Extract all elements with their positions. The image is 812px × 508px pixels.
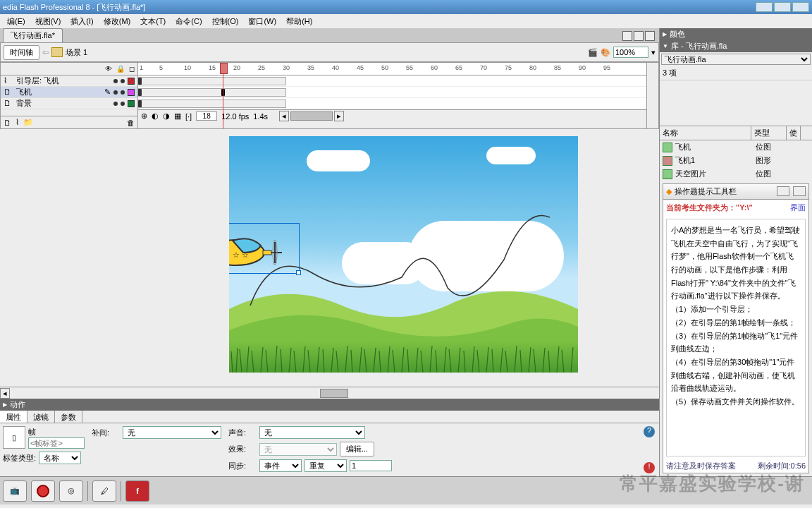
col-type[interactable]: 类型 xyxy=(751,126,787,140)
menu-view[interactable]: 视图(V) xyxy=(31,15,66,28)
repeat-count[interactable] xyxy=(350,460,392,471)
new-layer-icon[interactable]: 🗋 xyxy=(4,119,11,127)
eye-icon[interactable]: 👁 xyxy=(105,65,112,73)
doc-close-icon[interactable] xyxy=(645,31,655,41)
library-panel-header[interactable]: 库 - 飞行动画.fla xyxy=(660,40,812,52)
label-type-select[interactable]: 名称 xyxy=(39,452,81,464)
frame-row-guide[interactable] xyxy=(138,75,646,87)
app-title: edia Flash Professional 8 - [飞行动画.fla*] xyxy=(3,2,145,13)
helper-timer: 剩余时间:0:56 xyxy=(758,461,806,471)
minimize-btn[interactable] xyxy=(756,2,773,12)
stage[interactable]: ☆ ☆ xyxy=(229,136,578,373)
layer-plane[interactable]: 🗋 飞机 ✎ xyxy=(1,87,137,98)
color-panel-header[interactable]: 颜色 xyxy=(660,28,812,40)
plane-symbol[interactable]: ☆ ☆ xyxy=(229,228,293,270)
edit-effect-btn[interactable]: 编辑... xyxy=(340,442,374,456)
lib-item[interactable]: 飞机1图形 xyxy=(660,154,812,167)
record-icon xyxy=(37,485,49,497)
col-name[interactable]: 名称 xyxy=(660,126,751,140)
delete-layer-icon[interactable]: 🗑 xyxy=(127,119,135,127)
current-frame[interactable] xyxy=(196,111,217,121)
layer-color[interactable] xyxy=(128,78,135,85)
helper-title: 操作题提示工具栏 xyxy=(675,186,737,197)
helper-link-ui[interactable]: 界面 xyxy=(790,202,806,213)
scroll-left-icon[interactable]: ◂ xyxy=(0,388,10,399)
sound-select[interactable]: 无 xyxy=(259,426,365,439)
helper-min-icon[interactable] xyxy=(777,186,789,196)
new-folder-icon[interactable]: 📁 xyxy=(23,118,33,127)
layer-color[interactable] xyxy=(128,100,135,107)
task-record[interactable] xyxy=(31,480,55,502)
tab-filters[interactable]: 滤镜 xyxy=(27,411,55,423)
library-count: 3 项 xyxy=(660,66,812,80)
frame-row-bg[interactable] xyxy=(138,98,646,109)
maximize-btn[interactable] xyxy=(774,2,791,12)
scroll-right-icon[interactable]: ▸ xyxy=(334,111,344,121)
timeline-toggle[interactable]: 时间轴 xyxy=(4,45,39,60)
bitmap-icon xyxy=(663,169,672,179)
menu-help[interactable]: 帮助(H) xyxy=(282,15,316,28)
task-flash[interactable]: f xyxy=(125,480,149,502)
edit-symbol-icon[interactable]: 🎨 xyxy=(601,48,610,57)
timeline-vscroll[interactable] xyxy=(646,63,658,128)
layer-guide[interactable]: ⌇ 引导层: 飞机 xyxy=(1,75,137,87)
new-guide-icon[interactable]: ⌇ xyxy=(16,118,19,127)
doc-tab[interactable]: 飞行动画.fla* xyxy=(3,28,63,42)
onion-markers-icon[interactable]: [·] xyxy=(185,112,192,121)
actions-panel-header[interactable]: 动作 xyxy=(0,399,659,411)
task-app2[interactable]: ◎ xyxy=(59,480,83,502)
library-file-select[interactable]: 飞行动画.fla xyxy=(661,54,811,65)
onion-icon[interactable]: ◐ xyxy=(152,111,159,121)
sync-select[interactable]: 事件 xyxy=(259,459,302,472)
lib-item[interactable]: 天空图片位图 xyxy=(660,167,812,181)
tab-properties[interactable]: 属性 xyxy=(0,411,27,423)
close-btn[interactable] xyxy=(792,2,809,12)
svg-rect-4 xyxy=(263,250,271,255)
hscroll-thumb[interactable] xyxy=(320,389,348,398)
tab-params[interactable]: 参数 xyxy=(55,411,82,423)
menu-commands[interactable]: 命令(C) xyxy=(171,15,206,28)
frame-ruler[interactable]: 1 5 10 15 20 25 30 35 40 45 50 55 60 65 … xyxy=(138,63,646,75)
frame-hscroll[interactable] xyxy=(290,111,333,121)
stage-hscroll[interactable]: ◂ xyxy=(0,387,659,399)
layer-bg[interactable]: 🗋 背景 xyxy=(1,98,137,109)
task-app1[interactable]: 📺 xyxy=(3,480,27,502)
task-app3[interactable]: 🖊 xyxy=(92,480,116,502)
scroll-left-icon[interactable]: ◂ xyxy=(279,111,289,121)
edit-multi-icon[interactable]: ▦ xyxy=(174,111,181,121)
help-icon[interactable]: ? xyxy=(644,426,655,437)
graphic-icon xyxy=(663,156,672,166)
menu-window[interactable]: 窗口(W) xyxy=(244,15,281,28)
stage-area[interactable]: ☆ ☆ xyxy=(0,129,659,387)
layer-icon: 🗋 xyxy=(4,87,13,97)
doc-min-icon[interactable] xyxy=(622,31,632,41)
effect-select[interactable]: 无 xyxy=(259,443,337,456)
lib-item[interactable]: 飞机位图 xyxy=(660,140,812,154)
center-frame-icon[interactable]: ⊕ xyxy=(141,111,147,121)
frame-row-plane[interactable] xyxy=(138,87,646,98)
menu-modify[interactable]: 修改(M) xyxy=(99,15,135,28)
menu-edit[interactable]: 编(E) xyxy=(3,15,30,28)
onion-outline-icon[interactable]: ◑ xyxy=(163,111,170,121)
helper-logo-icon: ◆ xyxy=(666,187,672,196)
layer-color[interactable] xyxy=(128,89,135,96)
prop-tabs: 属性 滤镜 参数 xyxy=(0,411,659,423)
zoom-dropdown-icon[interactable]: ▾ xyxy=(651,48,656,57)
doc-max-icon[interactable] xyxy=(634,31,644,41)
menu-text[interactable]: 文本(T) xyxy=(136,15,170,28)
col-use[interactable]: 使 xyxy=(787,126,801,140)
zoom-input[interactable] xyxy=(613,47,648,58)
tween-select[interactable]: 无 xyxy=(123,426,221,439)
playhead[interactable] xyxy=(223,63,223,128)
edit-scene-icon[interactable]: 🎬 xyxy=(588,48,598,57)
menu-control[interactable]: 控制(O) xyxy=(208,15,243,28)
frame-label-input[interactable] xyxy=(28,437,85,449)
menu-insert[interactable]: 插入(I) xyxy=(66,15,97,28)
frames-area[interactable]: 1 5 10 15 20 25 30 35 40 45 50 55 60 65 … xyxy=(138,63,646,128)
back-icon[interactable]: ⇦ xyxy=(42,48,49,57)
repeat-select[interactable]: 重复 xyxy=(304,459,347,472)
time-label: 1.4s xyxy=(253,112,268,121)
lock-icon[interactable]: 🔒 xyxy=(116,65,125,73)
outline-icon[interactable]: ◻ xyxy=(129,65,135,73)
helper-max-icon[interactable] xyxy=(793,186,806,196)
